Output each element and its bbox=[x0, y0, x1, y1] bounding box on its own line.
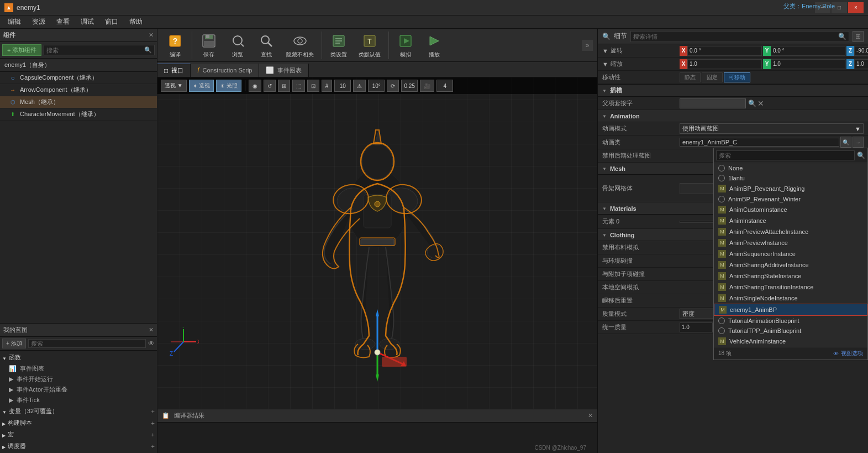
animation-section-header[interactable]: Animation bbox=[598, 110, 868, 122]
vp-icon-4[interactable]: ⬚ bbox=[292, 80, 305, 92]
dp-item-vehicle[interactable]: M VehicleAnimInstance bbox=[714, 336, 867, 347]
dp-view-options-btn[interactable]: 👁 视图选项 bbox=[833, 350, 863, 357]
bp-graphs-header[interactable]: 函数 bbox=[0, 352, 157, 363]
mesh-component-item[interactable]: ⬡ Mesh（继承） bbox=[0, 96, 157, 108]
menu-help[interactable]: 帮助 bbox=[124, 15, 148, 28]
play-btn[interactable]: 播放 bbox=[421, 30, 448, 61]
dp-item-single-node[interactable]: M AnimSingleNodeInstance bbox=[714, 293, 867, 304]
component-search-input[interactable] bbox=[46, 47, 144, 54]
scale-z-input[interactable] bbox=[854, 59, 868, 69]
bp-vars-header[interactable]: 变量（32可覆盖） + bbox=[0, 405, 157, 417]
anim-goto-btn[interactable]: → bbox=[853, 137, 864, 148]
anim-mode-dropdown[interactable]: 使用动画蓝图 ▼ bbox=[680, 123, 864, 134]
dp-item-sharing-add[interactable]: M AnimSharingAdditiveInstance bbox=[714, 259, 867, 270]
compile-btn[interactable]: ? 编译 bbox=[162, 30, 188, 61]
bp-search-input[interactable] bbox=[28, 339, 146, 348]
dp-search-icon[interactable]: 🔍 bbox=[857, 152, 865, 159]
dp-item-sequencer[interactable]: M AnimSequencerInstance bbox=[714, 248, 867, 259]
vp-scale-btn[interactable]: ⟳ bbox=[387, 80, 399, 92]
dp-item-enemy1-animbp[interactable]: M enemy1_AnimBP Enemy 1 Anim BP bbox=[714, 304, 867, 316]
bp-dispatcher-header[interactable]: 调度器 + bbox=[0, 440, 157, 452]
vars-add-btn[interactable]: + bbox=[151, 408, 155, 415]
menu-edit[interactable]: 编辑 bbox=[2, 15, 27, 28]
dp-item-tutorial-tpp[interactable]: TutorialTPP_AnimBlueprint bbox=[714, 326, 867, 336]
dp-item-revenant-rigging[interactable]: M AnimBP_Revenant_Rigging bbox=[714, 183, 867, 194]
tab-event-graph[interactable]: ⬜ 事件图表 bbox=[259, 64, 309, 77]
capsule-component-item[interactable]: ○ CapsuleComponent（继承） bbox=[0, 72, 157, 84]
parent-search-icon[interactable]: 🔍 bbox=[748, 100, 756, 107]
vp-icon-3[interactable]: ⊞ bbox=[278, 80, 290, 92]
eye-icon[interactable]: 👁 bbox=[148, 340, 155, 347]
slots-section-header[interactable]: 插槽 bbox=[598, 85, 868, 97]
details-search-input[interactable] bbox=[633, 33, 836, 40]
movable-btn[interactable]: 可移动 bbox=[724, 72, 750, 82]
vp-icon-5[interactable]: ⊡ bbox=[307, 80, 319, 92]
movement-component-item[interactable]: ⬆ CharacterMovement（继承） bbox=[0, 108, 157, 121]
vp-icon-2[interactable]: ↺ bbox=[264, 80, 276, 92]
find-btn[interactable]: 查找 bbox=[253, 30, 280, 61]
dp-item-sharing-trans[interactable]: M AnimSharingTransitionInstance bbox=[714, 282, 867, 293]
details-search-icon[interactable]: 🔍 bbox=[838, 33, 846, 40]
dp-item-revenant-winter[interactable]: AnimBP_Revenant_Winter bbox=[714, 194, 867, 204]
dp-item-preview-attach[interactable]: M AnimPreviewAttacheInstance bbox=[714, 226, 867, 237]
uniform-mass-input[interactable] bbox=[680, 322, 713, 332]
dp-search-input[interactable] bbox=[716, 150, 855, 160]
sculpt-btn[interactable]: ✦ 造视 bbox=[189, 80, 214, 92]
dp-item-anim-instance[interactable]: M AnimInstance bbox=[714, 215, 867, 226]
bp-event-graph[interactable]: 📊 事件图表 bbox=[0, 363, 157, 374]
arrow-component-item[interactable]: → ArrowComponent（继承） bbox=[0, 84, 157, 96]
close-btn[interactable]: × bbox=[848, 2, 864, 13]
menu-window[interactable]: 窗口 bbox=[99, 15, 124, 28]
search-icon[interactable]: 🔍 bbox=[144, 46, 152, 54]
dp-item-none[interactable]: None bbox=[714, 163, 867, 173]
dp-item-preview[interactable]: M AnimPreviewInstance bbox=[714, 237, 867, 248]
tab-construction[interactable]: f Construction Scrip bbox=[191, 64, 259, 77]
browse-btn[interactable]: 浏览 bbox=[224, 30, 251, 61]
vp-warn-btn[interactable]: ⚠ bbox=[353, 80, 366, 92]
menu-view[interactable]: 查看 bbox=[51, 15, 75, 28]
dp-item-1lantu[interactable]: 1lantu bbox=[714, 173, 867, 183]
dispatcher-add-btn[interactable]: + bbox=[151, 443, 155, 450]
toolbar-expand-btn[interactable]: » bbox=[582, 40, 593, 51]
rotation-z-input[interactable] bbox=[854, 46, 868, 56]
anim-browse-btn[interactable]: 🔍 bbox=[840, 137, 851, 148]
bp-event-overlap[interactable]: ▶ 事件Actor开始重叠 bbox=[0, 384, 157, 395]
vp-camera-btn[interactable]: 🎥 bbox=[420, 80, 434, 92]
panel-close-btn[interactable]: ✕ bbox=[149, 32, 154, 39]
macro-add-btn[interactable]: + bbox=[151, 431, 155, 438]
vp-icon-6[interactable]: # bbox=[322, 80, 333, 92]
class-defaults-btn[interactable]: T 类默认值 bbox=[354, 30, 385, 61]
class-settings-btn[interactable]: 类设置 bbox=[325, 30, 352, 61]
scale-dropdown-arrow[interactable]: ▼ bbox=[602, 61, 608, 67]
perspective-btn[interactable]: 透视 ▼ bbox=[161, 80, 187, 92]
dp-item-sharing-state[interactable]: M AnimSharingStateInstance bbox=[714, 270, 867, 282]
details-grid-btn[interactable]: ⊞ bbox=[853, 31, 864, 42]
scale-x-input[interactable] bbox=[687, 59, 762, 69]
construct-add-btn[interactable]: + bbox=[151, 420, 155, 426]
scale-y-input[interactable] bbox=[771, 59, 845, 69]
fixed-btn[interactable]: 固定 bbox=[702, 72, 723, 82]
bp-add-btn[interactable]: + 添加 bbox=[2, 339, 26, 348]
bp-event-begin[interactable]: ▶ 事件开始运行 bbox=[0, 374, 157, 384]
simulate-btn[interactable]: 模拟 bbox=[392, 30, 419, 61]
menu-debug[interactable]: 调试 bbox=[75, 15, 99, 28]
rotation-x-input[interactable] bbox=[687, 46, 762, 56]
save-btn[interactable]: 保存 bbox=[196, 30, 222, 61]
tab-viewport[interactable]: □ 视口 bbox=[157, 64, 191, 77]
menu-assets[interactable]: 资源 bbox=[27, 15, 51, 28]
dp-item-tutorial-anim[interactable]: TutorialAnimationBlueprint bbox=[714, 316, 867, 326]
static-btn[interactable]: 静态 bbox=[680, 72, 701, 82]
vp-icon-1[interactable]: ◉ bbox=[249, 80, 261, 92]
add-component-button[interactable]: + 添加组件 bbox=[2, 44, 41, 56]
bp-event-tick[interactable]: ▶ 事件Tick bbox=[0, 395, 157, 405]
hide-unrelated-btn[interactable]: 隐藏不相关 bbox=[282, 30, 318, 61]
bp-close-btn[interactable]: ✕ bbox=[149, 326, 154, 334]
light-btn[interactable]: ☀ 光照 bbox=[216, 80, 241, 92]
bp-construct-header[interactable]: 构建脚本 + bbox=[0, 417, 157, 429]
parent-clear-icon[interactable]: ✕ bbox=[757, 99, 764, 108]
compiler-close-btn[interactable]: ✕ bbox=[588, 412, 593, 419]
rotation-dropdown-arrow[interactable]: ▼ bbox=[602, 48, 608, 54]
parent-socket-input[interactable] bbox=[680, 98, 746, 108]
anim-class-input[interactable] bbox=[680, 138, 839, 147]
bp-macro-header[interactable]: 宏 + bbox=[0, 429, 157, 440]
